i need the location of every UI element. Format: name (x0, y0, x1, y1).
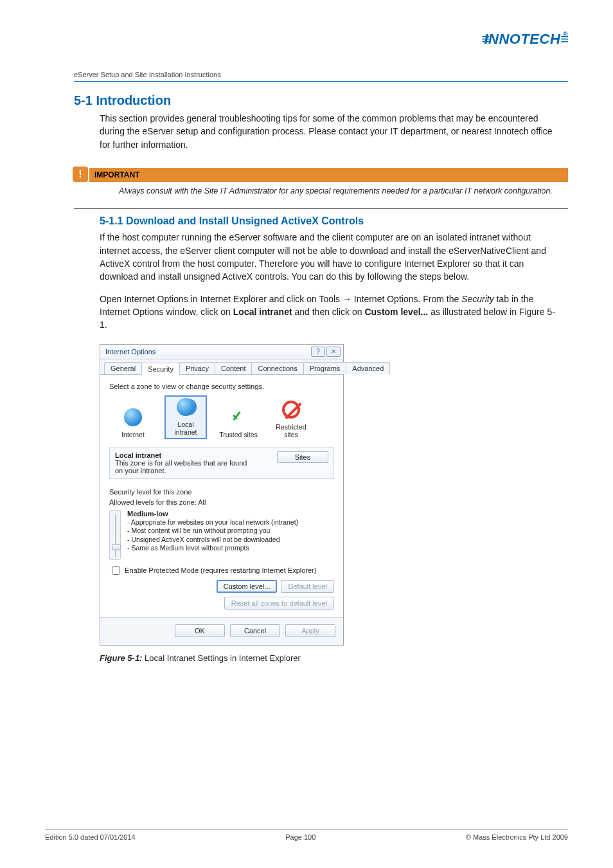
zone-info-desc: This zone is for all websites that are f… (115, 459, 256, 475)
figure-caption: Figure 5-1: Local Intranet Settings in I… (100, 653, 568, 663)
restricted-icon (282, 401, 300, 419)
brand-logo: ≡INNOTECH≡® (482, 31, 568, 48)
default-level-button[interactable]: Default level (281, 580, 334, 593)
arrow-icon: → (342, 294, 351, 304)
tab-advanced[interactable]: Advanced (346, 362, 390, 374)
zone-restricted-sites[interactable]: Restricted sites (270, 401, 312, 439)
dialog-titlebar: Internet Options ? ✕ (100, 345, 343, 359)
figure-5-1: Internet Options ? ✕ General Security Pr… (100, 344, 568, 646)
important-callout: ! IMPORTANT Always consult with the Site… (74, 168, 568, 197)
zone-trusted-sites[interactable]: Trusted sites (217, 408, 260, 439)
internet-options-dialog: Internet Options ? ✕ General Security Pr… (100, 344, 344, 646)
custom-level-button[interactable]: Custom level... (217, 580, 278, 593)
protected-mode-row: Enable Protected Mode (requires restarti… (112, 566, 334, 575)
intro-paragraph: This section provides general troublesho… (100, 112, 562, 151)
allowed-levels-label: Allowed levels for this zone: All (109, 498, 334, 506)
apply-button[interactable]: Apply (285, 624, 335, 637)
zone-internet[interactable]: Internet (112, 408, 154, 439)
page-footer: Edition 5.0 dated 07/01/2014 Page 100 © … (45, 829, 568, 841)
globe-icon (177, 398, 195, 416)
protected-mode-label: Enable Protected Mode (requires restarti… (125, 566, 316, 574)
doc-running-title: eServer Setup and Site Installation Inst… (74, 71, 568, 78)
section-rule (74, 208, 568, 209)
sites-button[interactable]: Sites (277, 451, 328, 463)
security-level-slider[interactable] (109, 510, 121, 560)
title-rule (74, 81, 568, 82)
ok-button[interactable]: OK (175, 624, 225, 637)
dialog-tabs: General Security Privacy Content Connect… (100, 359, 343, 375)
important-label: IMPORTANT (89, 168, 568, 182)
footer-edition: Edition 5.0 dated 07/01/2014 (45, 833, 136, 841)
zone-local-intranet[interactable]: Local intranet (164, 395, 207, 439)
cancel-button[interactable]: Cancel (230, 624, 280, 637)
help-button[interactable]: ? (311, 347, 325, 357)
warning-icon: ! (73, 167, 88, 182)
tab-privacy[interactable]: Privacy (179, 362, 215, 374)
tab-programs[interactable]: Programs (303, 362, 347, 374)
security-level-description: Medium-low - Appropriate for websites on… (127, 510, 298, 552)
reset-zones-button[interactable]: Reset all zones to default level (224, 597, 334, 610)
security-level-label: Security level for this zone (109, 488, 334, 496)
check-icon (229, 408, 248, 428)
important-body: Always consult with the Site IT Administ… (119, 186, 568, 197)
tab-content[interactable]: Content (215, 362, 253, 374)
heading-1: 5-1 Introduction (74, 93, 568, 108)
tab-general[interactable]: General (104, 362, 142, 374)
zone-select-prompt: Select a zone to view or change security… (109, 383, 334, 390)
globe-icon (124, 408, 142, 426)
para-2: If the host computer running the eServer… (100, 231, 562, 283)
zone-info-panel: Local intranet This zone is for all webs… (109, 447, 334, 479)
close-button[interactable]: ✕ (326, 347, 341, 357)
footer-page: Page 100 (285, 833, 315, 841)
tab-connections[interactable]: Connections (251, 362, 303, 374)
footer-copyright: © Mass Electronics Pty Ltd 2009 (466, 833, 568, 841)
protected-mode-checkbox[interactable] (112, 566, 120, 575)
tab-security[interactable]: Security (141, 363, 180, 375)
heading-2: 5-1.1 Download and Install Unsigned Acti… (100, 215, 568, 227)
dialog-title-text: Internet Options (105, 348, 155, 356)
para-3: Open Internet Options in Internet Explor… (100, 293, 562, 332)
